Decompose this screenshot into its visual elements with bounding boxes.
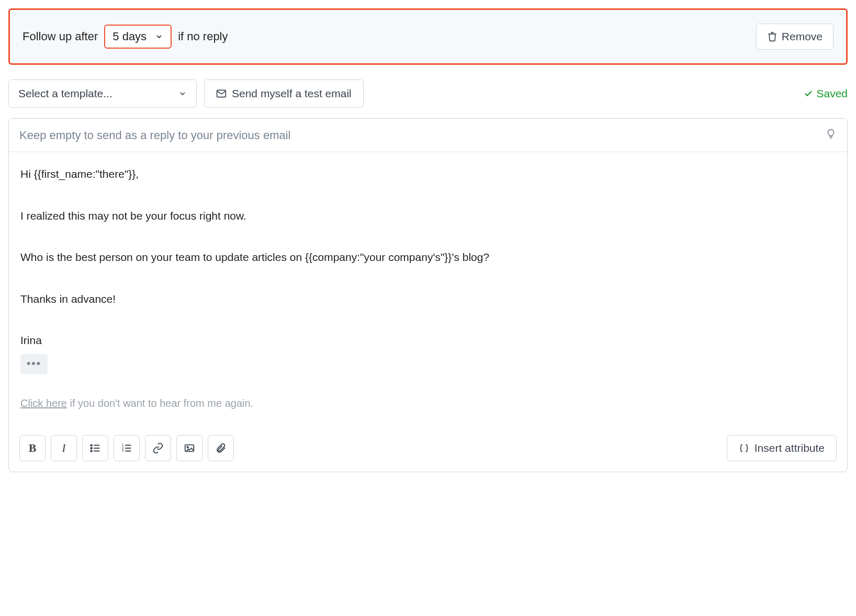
followup-prefix: Follow up after — [22, 30, 98, 43]
bullet-list-button[interactable] — [82, 435, 108, 461]
italic-icon: I — [62, 441, 65, 455]
template-placeholder: Select a template... — [18, 87, 112, 100]
svg-text:3: 3 — [122, 449, 124, 452]
link-icon — [152, 442, 164, 454]
trash-icon — [767, 31, 778, 42]
saved-label: Saved — [816, 87, 848, 100]
bold-icon: B — [29, 441, 37, 455]
braces-icon — [739, 443, 749, 453]
numbered-list-button[interactable]: 123 — [114, 435, 140, 461]
unsubscribe-link[interactable]: Click here — [20, 397, 67, 409]
attachment-button[interactable] — [208, 435, 234, 461]
subject-row — [9, 119, 847, 152]
template-select[interactable]: Select a template... — [8, 79, 197, 108]
remove-button[interactable]: Remove — [756, 24, 834, 50]
chevron-down-icon — [155, 32, 163, 41]
svg-point-14 — [187, 447, 188, 448]
unsubscribe-rest: if you don't want to hear from me again. — [67, 397, 253, 409]
body-line: Hi {{first_name:"there"}}, — [20, 166, 836, 182]
check-icon — [804, 89, 813, 98]
image-button[interactable] — [176, 435, 202, 461]
saved-indicator: Saved — [804, 87, 848, 100]
image-icon — [184, 442, 195, 454]
unsubscribe-line: Click here if you don't want to hear fro… — [20, 395, 836, 411]
followup-days-select[interactable]: 5 days — [104, 25, 172, 49]
followup-bar: Follow up after 5 days if no reply Remov… — [8, 8, 848, 65]
expand-quoted-button[interactable]: ••• — [20, 354, 48, 375]
followup-controls: Follow up after 5 days if no reply — [22, 25, 228, 49]
insert-attribute-label: Insert attribute — [754, 442, 825, 454]
numbered-list-icon: 123 — [121, 442, 132, 454]
paperclip-icon — [215, 442, 227, 454]
signature: Irina — [20, 332, 836, 349]
email-body[interactable]: Hi {{first_name:"there"}}, I realized th… — [9, 152, 847, 427]
followup-days-value: 5 days — [112, 30, 147, 43]
email-editor: Hi {{first_name:"there"}}, I realized th… — [8, 118, 848, 472]
body-line: Thanks in advance! — [20, 291, 836, 307]
remove-label: Remove — [782, 30, 823, 43]
insert-attribute-button[interactable]: Insert attribute — [727, 435, 837, 461]
chevron-down-icon — [178, 89, 187, 98]
subject-input[interactable] — [19, 129, 825, 142]
link-button[interactable] — [145, 435, 171, 461]
italic-button[interactable]: I — [51, 435, 77, 461]
bullet-list-icon — [89, 442, 101, 454]
lightbulb-icon[interactable] — [825, 128, 837, 142]
svg-point-3 — [91, 448, 92, 449]
body-line: Who is the best person on your team to u… — [20, 249, 836, 266]
bold-button[interactable]: B — [19, 435, 46, 461]
controls-row: Select a template... Send myself a test … — [8, 79, 848, 108]
body-line: I realized this may not be your focus ri… — [20, 208, 836, 224]
send-test-email-button[interactable]: Send myself a test email — [204, 79, 364, 108]
svg-point-5 — [91, 450, 92, 452]
envelope-icon — [216, 88, 227, 99]
svg-point-1 — [91, 444, 92, 446]
editor-toolbar: B I 123 Insert attribute — [9, 427, 847, 472]
send-test-email-label: Send myself a test email — [232, 87, 352, 100]
followup-suffix: if no reply — [178, 30, 228, 43]
